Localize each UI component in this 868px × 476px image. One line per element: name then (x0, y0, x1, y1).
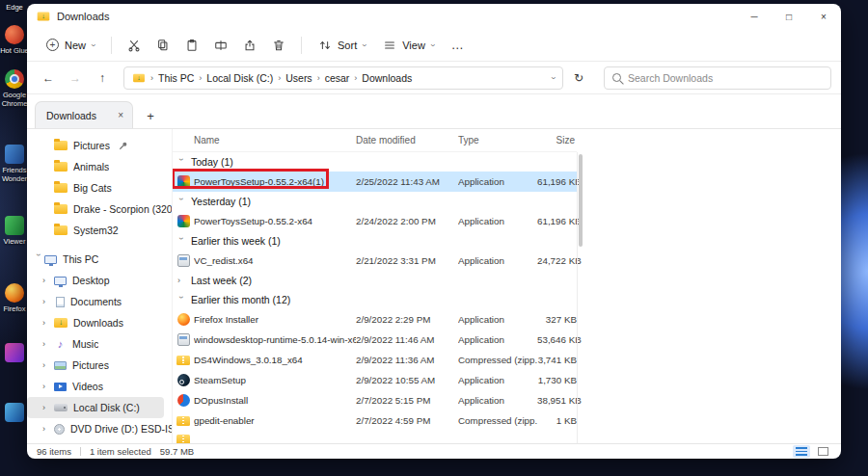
folder-icon (54, 141, 68, 150)
group-header-today[interactable]: › Today (1) (173, 152, 577, 172)
desktop-icon[interactable] (0, 343, 29, 362)
app-icon (5, 145, 24, 164)
chevron-right-icon[interactable]: › (42, 318, 54, 328)
new-button[interactable]: + New › (39, 34, 102, 56)
tab-close-icon[interactable]: × (106, 110, 123, 120)
maximize-button[interactable]: □ (772, 4, 806, 29)
chevron-right-icon[interactable]: › (42, 360, 54, 370)
installer-app-icon (177, 254, 190, 267)
file-row-dopus-install[interactable]: DOpusInstall 2/7/2022 5:15 PM Applicatio… (173, 390, 577, 410)
view-button[interactable]: View › (375, 34, 442, 57)
file-explorer-window: Downloads ─ □ × + New › (27, 4, 841, 459)
sidebar-item-pictures[interactable]: › Pictures (27, 355, 172, 376)
navigation-pane: Pictures Animals Big Cats Drake - Scorpi… (27, 129, 172, 443)
column-header-date-modified[interactable]: Date modified (356, 135, 458, 145)
chevron-right-icon[interactable]: › (42, 339, 54, 349)
file-row-steam-setup[interactable]: SteamSetup 2/9/2022 10:55 AM Application… (173, 370, 577, 390)
file-row-gpedit-enabler[interactable]: gpedit-enabler 2/7/2022 4:59 PM Compress… (173, 410, 577, 431)
breadcrumb-user[interactable]: cesar (325, 72, 350, 84)
rename-button[interactable] (207, 34, 234, 57)
minimize-button[interactable]: ─ (737, 4, 772, 29)
desktop-icon-hot-glue[interactable]: Hot Glue (0, 25, 29, 55)
file-row-firefox-installer[interactable]: Firefox Installer 2/9/2022 2:29 PM Appli… (173, 309, 577, 330)
sidebar-item-pictures-pinned[interactable]: Pictures (27, 135, 172, 156)
divider (301, 37, 302, 54)
file-row-ds4windows[interactable]: DS4Windows_3.0.18_x64 2/9/2022 11:36 AM … (173, 350, 577, 370)
tab-downloads[interactable]: Downloads × (35, 101, 133, 128)
desktop-icon-edge[interactable]: Edge (0, 3, 29, 12)
sidebar-item-this-pc[interactable]: › This PC (27, 249, 172, 270)
column-header-name[interactable]: Name (194, 135, 356, 145)
chevron-right-icon[interactable]: › (42, 382, 54, 391)
sidebar-item-drake-scorpion[interactable]: Drake - Scorpion (320) (27, 198, 172, 220)
desktop-icon-friends-wonder[interactable]: Friends Wonder (0, 145, 29, 183)
sidebar-item-videos[interactable]: › Videos (27, 376, 172, 397)
desktop-icon-firefox[interactable]: Firefox (0, 283, 29, 313)
desktop-icon-viewer[interactable]: Viewer (0, 216, 29, 246)
group-header-earlier-this-week[interactable]: › Earlier this week (1) (173, 231, 577, 251)
paste-button[interactable] (178, 34, 205, 57)
chevron-right-icon[interactable]: › (42, 276, 54, 285)
sidebar-item-downloads[interactable]: › Downloads (27, 312, 172, 333)
file-row-powertoys-setup-1[interactable]: PowerToysSetup-0.55.2-x64(1) 2/25/2022 1… (173, 172, 577, 192)
copy-button[interactable] (149, 34, 176, 57)
delete-button[interactable] (265, 34, 292, 57)
sidebar-item-music[interactable]: › ♪ Music (27, 333, 172, 355)
file-row-windowsdesktop-runtime[interactable]: windowsdesktop-runtime-5.0.14-win-x64 2/… (173, 330, 577, 350)
address-dropdown-icon[interactable]: › (549, 76, 558, 79)
chevron-icon: › (150, 73, 153, 83)
divider (577, 152, 578, 443)
chevron-down-icon: › (176, 296, 186, 304)
sidebar-item-local-disk-c[interactable]: › Local Disk (C:) (27, 397, 164, 418)
sort-button[interactable]: Sort › (311, 34, 373, 57)
share-button[interactable] (236, 34, 263, 57)
desktop-icon[interactable] (0, 403, 29, 422)
desktop-icon-chrome[interactable]: Google Chrome (0, 69, 29, 108)
column-header-type[interactable]: Type (458, 135, 537, 145)
chevron-right-icon[interactable]: › (42, 424, 54, 434)
search-input[interactable] (628, 72, 823, 84)
back-button[interactable]: ← (37, 66, 60, 90)
new-tab-button[interactable]: + (139, 103, 162, 128)
more-options-button[interactable]: … (444, 33, 473, 57)
window-title: Downloads (57, 11, 109, 22)
desktop-icon-label: Edge (6, 3, 23, 12)
sidebar-item-dvd-drive[interactable]: › DVD Drive (D:) ESD-ISC (27, 418, 172, 439)
group-header-earlier-this-month[interactable]: › Earlier this month (12) (173, 290, 577, 309)
search-box[interactable] (604, 66, 831, 90)
view-icon (383, 39, 396, 52)
cut-button[interactable] (121, 34, 148, 57)
group-header-last-week[interactable]: › Last week (2) (173, 271, 577, 290)
sidebar-item-documents[interactable]: › Documents (27, 291, 172, 312)
breadcrumb-downloads[interactable]: Downloads (362, 72, 412, 84)
chevron-right-icon[interactable]: › (42, 403, 54, 412)
forward-button[interactable]: → (64, 66, 87, 90)
file-row-powertoys-setup[interactable]: PowerToysSetup-0.55.2-x64 2/24/2022 2:00… (173, 211, 577, 231)
refresh-button[interactable]: ↻ (567, 66, 590, 90)
breadcrumb-users[interactable]: Users (285, 72, 312, 84)
breadcrumb-local-disk[interactable]: Local Disk (C:) (206, 72, 273, 84)
chevron-icon: › (199, 73, 202, 83)
chevron-down-icon[interactable]: › (34, 253, 43, 265)
close-button[interactable]: × (806, 4, 841, 29)
details-view-toggle[interactable] (793, 445, 810, 458)
sidebar-item-system32[interactable]: System32 (27, 220, 172, 241)
column-headers: Name Date modified Type Size (173, 129, 577, 152)
column-header-size[interactable]: Size (537, 135, 577, 145)
chevron-icon: › (317, 73, 320, 83)
up-button[interactable]: ↑ (91, 66, 114, 90)
group-header-yesterday[interactable]: › Yesterday (1) (173, 192, 577, 211)
large-icons-view-toggle[interactable] (814, 445, 831, 458)
installer-app-icon (177, 333, 190, 346)
breadcrumb-this-pc[interactable]: This PC (158, 72, 194, 84)
status-bar: 96 items 1 item selected 59.7 MB (27, 443, 841, 459)
sidebar-item-animals[interactable]: Animals (27, 156, 172, 177)
vertical-scrollbar[interactable] (579, 154, 583, 247)
app-icon (5, 25, 24, 44)
chevron-right-icon[interactable]: › (42, 297, 54, 306)
sidebar-item-big-cats[interactable]: Big Cats (27, 177, 172, 198)
file-row-clipped[interactable] (173, 431, 577, 443)
desktop-icon-label: Hot Glue (0, 46, 29, 55)
file-row-vc-redist[interactable]: VC_redist.x64 2/21/2022 3:31 PM Applicat… (173, 251, 577, 271)
sidebar-item-desktop[interactable]: › Desktop (27, 270, 172, 291)
